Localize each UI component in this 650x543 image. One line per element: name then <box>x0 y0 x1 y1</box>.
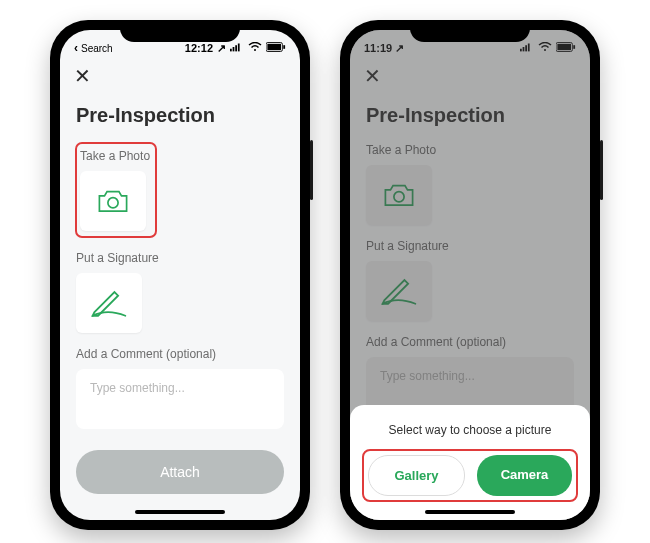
svg-rect-0 <box>230 49 232 52</box>
camera-icon <box>96 187 130 215</box>
comment-label: Add a Comment (optional) <box>76 347 284 361</box>
page-title: Pre-Inspection <box>76 104 284 127</box>
notch <box>410 20 530 42</box>
notch <box>120 20 240 42</box>
back-chevron-icon[interactable]: ‹ <box>74 41 78 55</box>
screen-left: ‹ Search 12:12 ↗ ✕ Pre-Inspection Take a… <box>60 30 300 520</box>
signature-label: Put a Signature <box>76 251 284 265</box>
signal-icon <box>230 42 244 54</box>
attach-button[interactable]: Attach <box>76 450 284 494</box>
photo-label: Take a Photo <box>80 149 150 163</box>
comment-input[interactable]: Type something... <box>76 369 284 429</box>
status-back-label[interactable]: Search <box>81 43 113 54</box>
svg-point-8 <box>108 198 118 208</box>
take-photo-tile[interactable] <box>80 171 146 231</box>
gallery-button[interactable]: Gallery <box>368 455 465 496</box>
svg-rect-3 <box>238 44 240 52</box>
svg-point-4 <box>254 49 256 51</box>
pen-icon <box>89 288 129 318</box>
home-indicator[interactable] <box>425 510 515 514</box>
sheet-title: Select way to choose a picture <box>364 423 576 437</box>
phone-right: 11:19 ↗ ✕ Pre-Inspection Take a Photo P <box>340 20 600 530</box>
location-arrow-icon: ↗ <box>217 42 226 55</box>
phone-left: ‹ Search 12:12 ↗ ✕ Pre-Inspection Take a… <box>50 20 310 530</box>
status-time: 12:12 <box>185 42 213 54</box>
comment-placeholder: Type something... <box>90 381 185 395</box>
home-indicator[interactable] <box>135 510 225 514</box>
sheet-buttons-highlight: Gallery Camera <box>364 451 576 500</box>
svg-rect-6 <box>267 44 281 50</box>
svg-rect-1 <box>233 47 235 51</box>
svg-rect-7 <box>283 45 285 49</box>
photo-source-sheet: Select way to choose a picture Gallery C… <box>350 405 590 520</box>
svg-rect-2 <box>235 45 237 51</box>
photo-section-highlight: Take a Photo <box>76 143 156 237</box>
battery-icon <box>266 42 286 54</box>
close-icon[interactable]: ✕ <box>74 65 91 87</box>
signature-tile[interactable] <box>76 273 142 333</box>
camera-button[interactable]: Camera <box>477 455 572 496</box>
screen-right: 11:19 ↗ ✕ Pre-Inspection Take a Photo P <box>350 30 590 520</box>
wifi-icon <box>248 42 262 54</box>
